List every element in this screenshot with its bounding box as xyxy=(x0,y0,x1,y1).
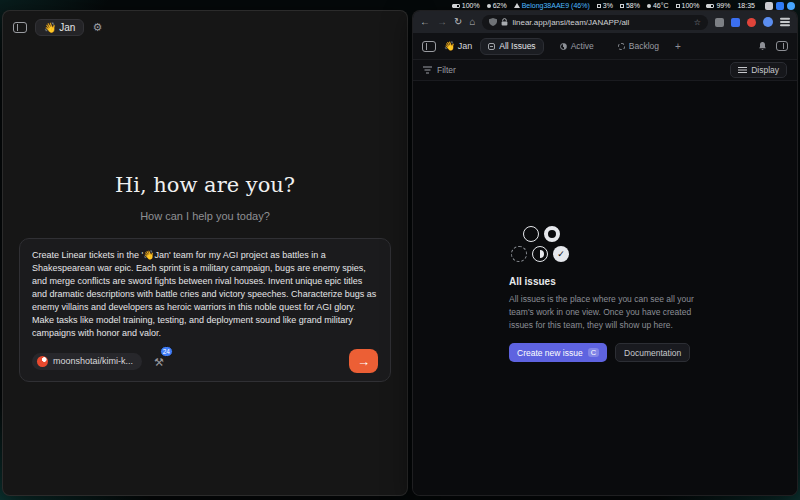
active-status-icon xyxy=(560,43,567,50)
in-progress-status-icon xyxy=(532,246,548,262)
linear-workspace[interactable]: 👋 Jan xyxy=(444,41,472,51)
system-tray xyxy=(765,2,795,10)
brightness-percent: 62% xyxy=(493,2,507,9)
greeting-title: Hi, how are you? xyxy=(3,173,407,197)
backlog-dashed-status-icon xyxy=(511,246,527,262)
disk-indicator: 100% xyxy=(676,2,700,9)
memory-percent: 58% xyxy=(626,2,640,9)
bell-icon[interactable] xyxy=(758,41,767,51)
jan-app-window: 👋 Jan ⚙ Hi, how are you? How can I help … xyxy=(2,10,408,496)
empty-state-title: All issues xyxy=(509,276,701,287)
all-issues-icon xyxy=(488,43,495,50)
prompt-input-card[interactable]: Create Linear tickets in the '👋Jan' team… xyxy=(19,238,391,382)
prompt-text[interactable]: Create Linear tickets in the '👋Jan' team… xyxy=(32,249,378,340)
done-status-icon: ✓ xyxy=(553,246,569,262)
filter-button[interactable]: Filter xyxy=(423,65,456,75)
workspace-pill[interactable]: 👋 Jan xyxy=(35,19,84,36)
forward-icon[interactable]: → xyxy=(437,17,447,27)
linear-topbar: 👋 Jan All Issues Active Backlog + xyxy=(413,33,797,60)
browser-profile-avatar[interactable] xyxy=(763,17,773,27)
memory-icon xyxy=(620,4,624,8)
tab-all-issues[interactable]: All Issues xyxy=(480,38,543,55)
tray-app-icon[interactable] xyxy=(765,2,773,10)
network-name: Belong38AAE9 (46%) xyxy=(522,2,590,9)
tools-icon: ⚒ xyxy=(154,356,164,368)
documentation-button[interactable]: Documentation xyxy=(615,343,690,362)
battery-icon xyxy=(452,4,460,8)
linear-filter-bar: Filter Display xyxy=(413,60,797,81)
send-button[interactable]: → xyxy=(349,349,378,373)
disk-icon xyxy=(676,4,680,8)
tab-backlog-label: Backlog xyxy=(629,41,659,51)
tools-button[interactable]: ⚒ 24 xyxy=(154,352,164,370)
browser-toolbar: ← → ↻ ⌂ linear.app/jansi/team/JANAPP/all… xyxy=(413,11,797,33)
workspace-label: 👋 Jan xyxy=(44,22,75,33)
extensions-icon[interactable] xyxy=(715,18,724,27)
shield-icon xyxy=(489,18,497,26)
linear-topbar-right xyxy=(758,41,788,51)
gear-icon[interactable]: ⚙ xyxy=(92,22,102,33)
model-selector-label: moonshotai/kimi-k... xyxy=(53,356,133,366)
display-button[interactable]: Display xyxy=(730,62,787,78)
bookmark-star-icon[interactable]: ☆ xyxy=(694,18,701,27)
backlog-status-icon xyxy=(618,43,625,50)
empty-state: ✓ All issues All issues is the place whe… xyxy=(509,81,701,495)
cpu-indicator: 3% xyxy=(597,2,613,9)
network-indicator: Belong38AAE9 (46%) xyxy=(514,2,590,9)
power-indicator: 99% xyxy=(706,2,730,9)
sidebar-toggle-icon[interactable] xyxy=(13,22,27,33)
cpu-icon xyxy=(597,4,601,8)
ring-status-icon xyxy=(544,226,560,242)
tray-chat-icon[interactable] xyxy=(776,2,784,10)
status-icons-cluster: ✓ xyxy=(511,226,701,262)
tools-count-badge: 24 xyxy=(160,346,173,357)
greeting-block: Hi, how are you? How can I help you toda… xyxy=(3,173,407,222)
home-icon[interactable]: ⌂ xyxy=(469,17,475,27)
wifi-icon xyxy=(514,3,520,8)
address-bar[interactable]: linear.app/jansi/team/JANAPP/all ☆ xyxy=(482,15,708,30)
add-view-icon[interactable]: + xyxy=(675,41,681,52)
battery-indicator: 100% xyxy=(452,2,480,9)
tab-backlog[interactable]: Backlog xyxy=(610,38,667,55)
display-sliders-icon xyxy=(738,66,747,74)
clock-time: 18:35 xyxy=(737,2,755,9)
brightness-icon xyxy=(487,4,491,8)
documentation-label: Documentation xyxy=(624,348,681,358)
model-selector[interactable]: moonshotai/kimi-k... xyxy=(32,353,142,370)
moonshot-model-icon xyxy=(37,356,48,367)
clock: 18:35 xyxy=(737,2,755,9)
back-icon[interactable]: ← xyxy=(420,17,430,27)
linear-main-area: ✓ All issues All issues is the place whe… xyxy=(413,81,797,495)
create-new-issue-button[interactable]: Create new issue C xyxy=(509,343,607,362)
extension-red-icon[interactable] xyxy=(747,18,756,27)
brightness-indicator: 62% xyxy=(487,2,507,9)
create-new-issue-label: Create new issue xyxy=(517,348,583,358)
disk-percent: 100% xyxy=(682,2,700,9)
jan-header: 👋 Jan ⚙ xyxy=(3,11,407,43)
temperature-indicator: 46°C xyxy=(647,2,669,9)
empty-state-description: All issues is the place where you can se… xyxy=(509,293,697,331)
power-icon xyxy=(706,4,714,8)
prompt-controls-row: moonshotai/kimi-k... ⚒ 24 → xyxy=(32,349,378,373)
url-text: linear.app/jansi/team/JANAPP/all xyxy=(512,18,689,27)
lock-icon xyxy=(501,18,508,26)
right-panel-toggle-icon[interactable] xyxy=(776,41,788,51)
memory-indicator: 58% xyxy=(620,2,640,9)
display-label: Display xyxy=(751,65,779,75)
extension-blue-icon[interactable] xyxy=(731,18,740,27)
power-percent: 99% xyxy=(716,2,730,9)
cpu-percent: 3% xyxy=(603,2,613,9)
browser-menu-icon[interactable] xyxy=(780,21,790,23)
reload-icon[interactable]: ↻ xyxy=(454,17,462,27)
linear-sidebar-toggle-icon[interactable] xyxy=(422,41,436,52)
send-arrow-icon: → xyxy=(357,354,370,369)
temperature-icon xyxy=(647,4,651,8)
tab-all-issues-label: All Issues xyxy=(499,41,535,51)
tray-messenger-icon[interactable] xyxy=(787,2,795,10)
create-shortcut-key: C xyxy=(588,348,599,357)
battery-percent: 100% xyxy=(462,2,480,9)
temperature-value: 46°C xyxy=(653,2,669,9)
browser-window: ← → ↻ ⌂ linear.app/jansi/team/JANAPP/all… xyxy=(412,10,798,496)
system-status-bar: 100% 62% Belong38AAE9 (46%) 3% 58% 46°C … xyxy=(0,0,800,11)
tab-active-issues[interactable]: Active xyxy=(552,38,602,55)
